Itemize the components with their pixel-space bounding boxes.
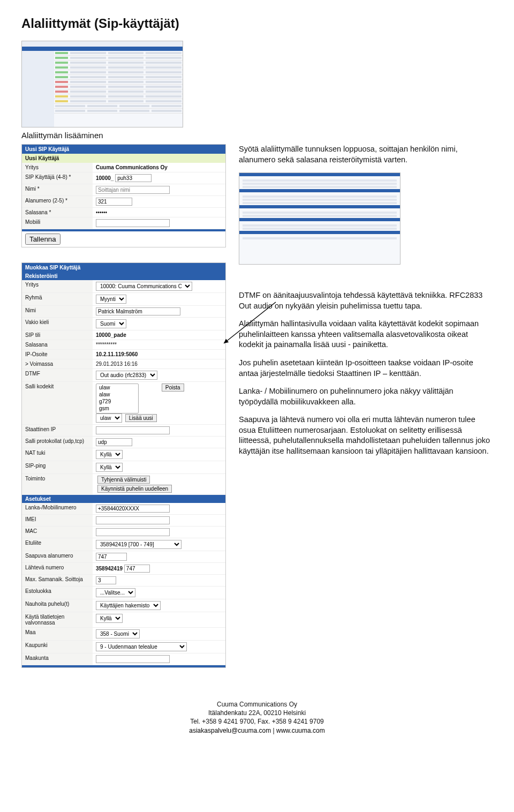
label-sal2: Salasana	[22, 340, 93, 349]
button-tyhjenna[interactable]: Tyhjennä välimuisti	[97, 476, 150, 484]
value-yritys: Cuuma Communications Oy	[93, 163, 225, 172]
button-poista[interactable]: Poista	[162, 384, 184, 392]
lahteva-prefix: 358942419	[96, 566, 123, 572]
footer: Cuuma Communications Oy Itälahdenkatu 22…	[21, 700, 493, 735]
label-tilatieto: Käytä tilatietojen valvonnassa	[22, 612, 93, 627]
section-subtitle: Alaliittymän lisääminen	[21, 131, 493, 140]
value-salasana: ••••••	[96, 209, 107, 215]
input-maakunta[interactable]	[96, 655, 170, 663]
form2-header: Muokkaa SIP Käyttäjä	[22, 263, 225, 272]
body-p3: Jos puhelin asetetaan kiinteän Ip-osoitt…	[239, 358, 493, 379]
label-ip: IP-Osoite	[22, 350, 93, 359]
select-kieli[interactable]: Suomi	[96, 319, 126, 328]
screenshot-thumbnail-top	[21, 41, 183, 127]
label-nat: NAT tuki	[22, 448, 93, 461]
list-kodekit[interactable]: ulawalawg729gsm	[96, 384, 139, 413]
body-p4: Lanka- / Mobiilinumero on puhelinnumero …	[239, 386, 493, 407]
label-ryhma: Ryhmä	[22, 293, 93, 305]
value-siptili: 10000_pade	[93, 330, 225, 340]
label-kodekit: Salli kodekit	[22, 382, 93, 424]
select-nauhoita[interactable]: Käyttäjien hakemisto	[96, 601, 161, 610]
input-saapuva[interactable]	[96, 553, 127, 561]
input-nimi[interactable]	[96, 186, 170, 194]
footer-company: Cuuma Communications Oy	[21, 700, 493, 709]
label-lanka: Lanka-/Mobiilinumero	[22, 503, 93, 514]
body-p1: DTMF on äänitaajuusvalintoja tehdessä kä…	[239, 290, 493, 311]
button-tallenna[interactable]: Tallenna	[25, 234, 61, 245]
input-lahteva[interactable]	[124, 565, 150, 573]
label-dtmf: DTMF	[22, 369, 93, 381]
label-yritys: Yritys	[22, 163, 93, 172]
select-maa[interactable]: 358 - Suomi	[96, 629, 140, 638]
select-ryhma[interactable]: Myynti	[96, 295, 126, 304]
label-mac: MAC	[22, 527, 93, 538]
value-sal2: **********	[93, 340, 225, 349]
label-kieli: Vakio kieli	[22, 318, 93, 330]
label-saapuva: Saapuva alanumero	[22, 551, 93, 562]
input-imei[interactable]	[96, 516, 170, 524]
intro-text: Syötä alaliittymälle tunnuksen loppuosa,…	[239, 144, 493, 165]
footer-sep: |	[271, 727, 276, 734]
footer-email[interactable]: asiakaspalvelu@cuuma.com	[189, 727, 271, 734]
input-mac[interactable]	[96, 528, 170, 536]
input-sip-user[interactable]	[115, 174, 152, 182]
page-title: Alaliittymät (Sip-käyttäjät)	[21, 16, 493, 31]
label-sipping: SIP-ping	[22, 461, 93, 473]
button-kaynnista[interactable]: Käynnistä puhelin uudelleen	[97, 485, 172, 493]
form1-sub: Uusi Käyttäjä	[22, 154, 225, 163]
footer-address: Itälahdenkatu 22A, 00210 Helsinki	[21, 709, 493, 717]
value-voimassa: 29.01.2013 16:16	[93, 359, 225, 369]
input-mobiili[interactable]	[96, 219, 170, 227]
input-staattinen-ip[interactable]	[96, 426, 170, 434]
label-voimassa: > Voimassa	[22, 359, 93, 369]
label-toiminto: Toiminto	[22, 474, 93, 494]
input-max[interactable]	[96, 576, 116, 584]
label-maa: Maa	[22, 628, 93, 640]
select-etuliite[interactable]: 358942419 [700 - 749]	[96, 540, 182, 549]
body-p2: Alaliittymän hallintasivulla voidaan val…	[239, 319, 493, 350]
button-lisaa-uusi[interactable]: Lisää uusi	[125, 414, 157, 422]
label-proto: Salli protokollat (udp,tcp)	[22, 437, 93, 448]
form1-header: Uusi SIP Käyttäjä	[22, 145, 225, 154]
select-nat[interactable]: Kyllä	[96, 450, 123, 459]
label-siptili: SIP tili	[22, 330, 93, 340]
label-esto: Estoluokka	[22, 587, 93, 599]
form-edit-sip-user: Muokkaa SIP Käyttäjä Rekisteröinti Yrity…	[21, 262, 226, 668]
label-sip-user: SIP Käyttäjä (4-8) *	[22, 172, 93, 184]
screenshot-thumbnail-right	[239, 172, 400, 265]
footer-phone: Tel. +358 9 4241 9700, Fax. +358 9 4241 …	[21, 717, 493, 726]
label-imei: IMEI	[22, 515, 93, 526]
label-staattinen-ip: Staattinen IP	[22, 425, 93, 436]
label-alanumero: Alanumero (2-5) *	[22, 196, 93, 207]
asetukset-header: Asetukset	[22, 495, 225, 503]
label-nauhoita: Nauhoita puhelu(t)	[22, 599, 93, 612]
label-nimi2: Nimi	[22, 306, 93, 317]
label-kaupunki: Kaupunki	[22, 641, 93, 653]
sip-prefix: 10000_	[96, 175, 114, 181]
body-p5: Saapuva ja lähtevä numero voi olla eri m…	[239, 415, 493, 456]
select-esto[interactable]: ...Valitse...	[96, 588, 135, 597]
value-ip: 10.2.11.119:5060	[93, 350, 225, 359]
label-lahteva: Lähtevä numero	[22, 563, 93, 574]
footer-web[interactable]: www.cuuma.com	[276, 727, 325, 734]
label-mobiili: Mobiili	[22, 217, 93, 229]
select-yritys[interactable]: 10000: Cuuma Communications Oy	[96, 282, 192, 291]
select-kaupunki[interactable]: 9 - Uudenmaan telealue	[96, 642, 187, 651]
select-dtmf[interactable]: Out audio (rfc2833)	[96, 371, 157, 380]
label-nimi: Nimi *	[22, 184, 93, 196]
input-lanka[interactable]	[96, 505, 170, 513]
form-new-sip-user: Uusi SIP Käyttäjä Uusi Käyttäjä YritysCu…	[21, 144, 226, 247]
input-proto[interactable]	[96, 438, 132, 446]
input-nimi2[interactable]	[96, 307, 180, 315]
label-yritys2: Yritys	[22, 280, 93, 292]
form2-sub: Rekisteröinti	[22, 272, 225, 280]
input-alanumero[interactable]	[96, 198, 132, 206]
label-maakunta: Maakunta	[22, 653, 93, 665]
label-max: Max. Samanaik. Soittoja	[22, 575, 93, 586]
select-sipping[interactable]: Kyllä	[96, 463, 123, 472]
select-add-codec[interactable]: ulaw	[96, 413, 122, 423]
select-tilatieto[interactable]: Kyllä	[96, 614, 123, 623]
label-salasana: Salasana *	[22, 208, 93, 217]
label-etuliite: Etuliite	[22, 538, 93, 551]
